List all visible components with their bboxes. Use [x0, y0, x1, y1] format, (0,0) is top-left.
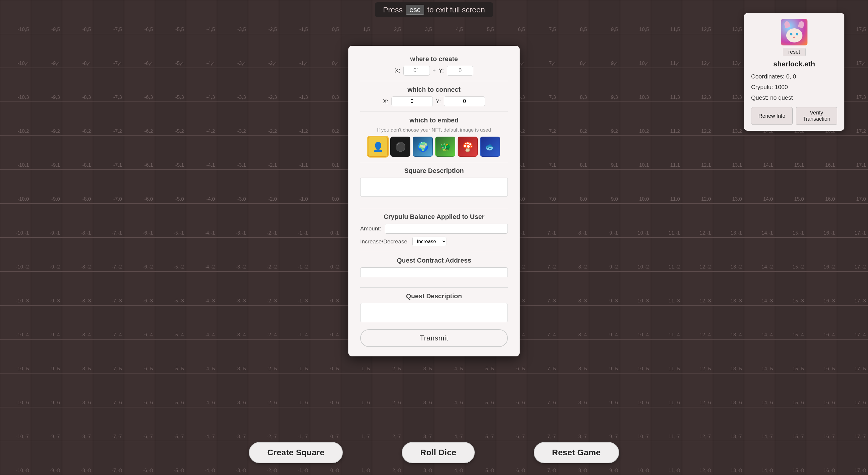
- avatar-eye-left: [790, 33, 793, 35]
- roll-dice-button[interactable]: Roll Dice: [402, 442, 475, 463]
- avatar: [781, 19, 807, 45]
- grid-cell: 8,2: [558, 102, 589, 136]
- grid-cell: 6,-6: [496, 373, 527, 407]
- amount-input[interactable]: [385, 224, 508, 234]
- grid-cell: -3,1: [217, 136, 248, 170]
- quest-description-textarea[interactable]: [360, 303, 508, 322]
- grid-cell: 16,1: [806, 136, 837, 170]
- grid-cell: -3,-1: [217, 204, 248, 238]
- grid-cell: 8,-6: [558, 373, 589, 407]
- grid-cell: 13,-5: [713, 339, 744, 373]
- nft-item-6[interactable]: 🐟: [480, 137, 500, 157]
- grid-cell: -6,-2: [124, 238, 155, 271]
- connect-x-label: X:: [383, 98, 389, 105]
- grid-cell: -1,-2: [279, 238, 310, 271]
- grid-cell: 1,-7: [341, 407, 372, 441]
- verify-transaction-button[interactable]: Verify Transaction: [796, 107, 837, 125]
- grid-cell: 17,0: [837, 170, 868, 204]
- grid-cell: 8,-7: [558, 407, 589, 441]
- grid-cell: 0,1: [310, 136, 341, 170]
- grid-cell: -2,0: [248, 170, 279, 204]
- grid-cell: 7,-2: [527, 238, 558, 271]
- grid-cell: 17,-2: [837, 238, 868, 271]
- grid-cell: 7,0: [527, 170, 558, 204]
- transmit-button[interactable]: Transmit: [360, 329, 508, 347]
- grid-cell: -2,1: [248, 136, 279, 170]
- grid-cell: -4,-7: [186, 407, 217, 441]
- grid-cell: -10,-6: [0, 373, 31, 407]
- grid-cell: 16,-7: [806, 407, 837, 441]
- divider-1: [360, 81, 508, 81]
- grid-cell: -6,3: [124, 68, 155, 102]
- grid-cell: 7,-3: [527, 271, 558, 305]
- grid-cell: 10,-7: [620, 407, 651, 441]
- grid-cell: 11,2: [651, 102, 682, 136]
- grid-cell: 12,-3: [682, 271, 713, 305]
- grid-cell: 14,0: [744, 170, 775, 204]
- grid-cell: -7,-1: [93, 204, 124, 238]
- avatar-face: [786, 28, 802, 42]
- grid-cell: 7,3: [527, 68, 558, 102]
- grid-cell: -10,2: [0, 102, 31, 136]
- grid-cell: 13,2: [713, 102, 744, 136]
- grid-cell: -6,-5: [124, 339, 155, 373]
- grid-cell: 12,2: [682, 102, 713, 136]
- coordinates-label: Coordinates:: [751, 73, 784, 80]
- nft-item-2[interactable]: ⚫: [390, 137, 410, 157]
- grid-cell: -7,-6: [93, 373, 124, 407]
- quest-contract-input[interactable]: [360, 267, 508, 277]
- grid-cell: 13,-6: [713, 373, 744, 407]
- grid-cell: 13,-3: [713, 271, 744, 305]
- square-description-textarea[interactable]: [360, 178, 508, 197]
- grid-cell: 3,-6: [403, 373, 434, 407]
- grid-cell: -3,-2: [217, 238, 248, 271]
- create-x-input[interactable]: [403, 66, 430, 75]
- nft-item-4[interactable]: 🐲: [435, 137, 455, 157]
- grid-cell: -8,3: [62, 68, 93, 102]
- connect-x-input[interactable]: [392, 97, 433, 106]
- grid-cell: -4,-5: [186, 339, 217, 373]
- connect-y-input[interactable]: [444, 97, 485, 106]
- grid-cell: -4,0: [186, 170, 217, 204]
- crypulu-label: Crypulu:: [751, 84, 773, 90]
- grid-cell: 9,-5: [589, 339, 620, 373]
- grid-cell: -9,-5: [31, 339, 62, 373]
- grid-cell: 15,-7: [775, 407, 806, 441]
- grid-cell: 17,-5: [837, 339, 868, 373]
- grid-cell: 7,-7: [527, 407, 558, 441]
- cursor-indicator: ÷: [433, 68, 436, 74]
- nft-item-5[interactable]: 🍄: [458, 137, 478, 157]
- grid-cell: -7,-2: [93, 238, 124, 271]
- grid-cell: -3,2: [217, 102, 248, 136]
- crypulu-balance-title: Crypulu Balance Applied to User: [360, 213, 508, 221]
- create-y-input[interactable]: [447, 66, 473, 75]
- grid-cell: -7,1: [93, 136, 124, 170]
- grid-cell: -1,-4: [279, 305, 310, 339]
- quest-description-title: Quest Description: [360, 293, 508, 300]
- create-coords-row: X: ÷ Y:: [360, 66, 508, 75]
- grid-cell: 0,4: [310, 34, 341, 68]
- grid-cell: 16,-2: [806, 238, 837, 271]
- reset-avatar-button[interactable]: reset: [783, 48, 806, 56]
- grid-cell: 8,4: [558, 34, 589, 68]
- grid-cell: 7,-6: [527, 373, 558, 407]
- nft-item-3[interactable]: 🌍: [413, 137, 433, 157]
- grid-cell: 9,0: [589, 170, 620, 204]
- grid-cell: -9,-1: [31, 204, 62, 238]
- renew-info-button[interactable]: Renew Info: [751, 107, 793, 125]
- grid-cell: 10,3: [620, 68, 651, 102]
- grid-cell: 12,-2: [682, 238, 713, 271]
- which-to-embed-title: which to embed: [360, 116, 508, 124]
- grid-cell: -1,-3: [279, 271, 310, 305]
- grid-cell: -8,-5: [62, 339, 93, 373]
- reset-game-button[interactable]: Reset Game: [534, 442, 619, 463]
- grid-cell: 16,-6: [806, 373, 837, 407]
- inc-dec-select[interactable]: Increase Decrease: [412, 237, 446, 246]
- grid-cell: -1,3: [279, 68, 310, 102]
- grid-cell: -7,2: [93, 102, 124, 136]
- create-square-button[interactable]: Create Square: [249, 442, 343, 463]
- grid-cell: -6,2: [124, 102, 155, 136]
- grid-cell: -2,-2: [248, 238, 279, 271]
- divider-3: [360, 162, 508, 162]
- nft-item-1[interactable]: 👤: [368, 137, 388, 157]
